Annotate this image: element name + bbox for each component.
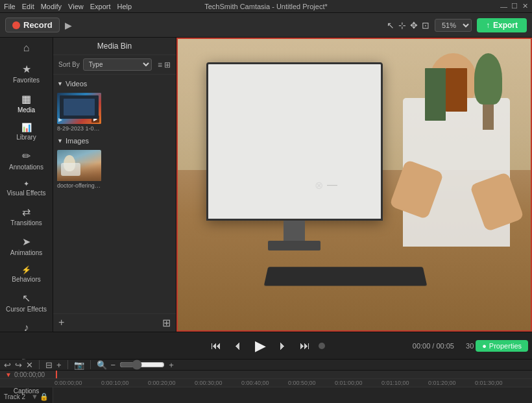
track-2-lock-icon[interactable]: 🔒 — [40, 393, 49, 401]
sort-icons: ≡ ⊞ — [158, 60, 171, 69]
toolbar-icons: ↖ ⊹ ✥ ⊡ — [387, 20, 429, 31]
media-bin-footer: + ⊞ — [53, 313, 176, 332]
timeline-toolbar: ↩ ↪ ✕ ⊟ + 📷 🔍 − + — [0, 360, 532, 371]
skip-to-end-button[interactable]: ⏭ — [296, 339, 313, 353]
preview-overlay-controls: ⊗ — — [315, 178, 337, 191]
videos-arrow-icon: ▼ — [57, 80, 63, 87]
timeline-separator-2 — [67, 360, 68, 369]
record-button[interactable]: Record — [5, 18, 60, 32]
media-thumb-image[interactable]: doctor-offering-me... — [57, 150, 101, 189]
media-content: ▼ Videos ▶ 8-29-2023 1-00-2... — [53, 75, 176, 313]
window-minimize[interactable]: — — [500, 3, 507, 10]
zoom-plus-icon[interactable]: + — [169, 360, 174, 370]
media-thumb-video[interactable]: ▶ 8-29-2023 1-00-2... — [57, 93, 101, 132]
sidebar-label-cursor-effects: Cursor Effects — [6, 306, 47, 313]
time-display: 00:00 / 00:05 — [413, 342, 454, 350]
sort-label: Sort By — [58, 61, 80, 68]
properties-label: Properties — [489, 342, 522, 350]
window-title: TechSmith Camtasia - Untitled Project* — [204, 3, 328, 10]
undo-icon[interactable]: ↩ — [4, 360, 11, 370]
playhead-down-icon: ▼ — [5, 371, 12, 378]
preview-canvas: ⊗ — — [178, 39, 531, 330]
menu-export[interactable]: Export — [90, 3, 111, 10]
star-icon: ★ — [22, 63, 31, 75]
timeline-tracks: Track 2 ▼ 🔒 Track 1 ▼ 🔒 — [0, 387, 532, 403]
ruler-mark-9: 0:01:30;00 — [475, 380, 522, 386]
menu-help[interactable]: Help — [117, 3, 132, 10]
zoom-in-timeline-icon[interactable]: 🔍 — [97, 360, 107, 370]
sidebar-item-library[interactable]: 📊 Library — [0, 118, 53, 145]
crop-tool-icon[interactable]: ⊡ — [422, 20, 429, 31]
images-section-header[interactable]: ▼ Images — [56, 134, 173, 147]
sort-grid-icon[interactable]: ⊞ — [164, 60, 171, 69]
dash-overlay-icon: — — [327, 179, 337, 191]
media-bin-title: Media Bin — [97, 42, 132, 51]
timeline-zoom-slider[interactable] — [119, 360, 165, 370]
step-back-button[interactable]: ⏴ — [230, 339, 247, 353]
sidebar-item-visual-effects[interactable]: ✦ Visual Effects — [0, 175, 53, 201]
menu-modify[interactable]: Modify — [41, 3, 62, 10]
split-icon[interactable]: ⊟ — [45, 360, 53, 370]
video-thumb-label: 8-29-2023 1-00-2... — [57, 125, 101, 132]
add-media-button[interactable]: + — [58, 317, 64, 329]
export-button[interactable]: ↑ Export — [477, 18, 527, 32]
sidebar-item-home[interactable]: ⌂ — [0, 38, 53, 58]
window-close[interactable]: ✕ — [522, 2, 528, 10]
playback-position-dot — [319, 343, 325, 349]
step-forward-button[interactable]: ⏵ — [274, 339, 291, 353]
select-tool-icon[interactable]: ⊹ — [398, 20, 406, 31]
menu-view[interactable]: View — [68, 3, 84, 10]
sidebar: ⌂ ★ Favorites ▦ Media 📊 Library ✏ Annota… — [0, 38, 53, 332]
sidebar-label-media: Media — [18, 106, 35, 114]
timeline: ↩ ↪ ✕ ⊟ + 📷 🔍 − + ▼ 0:00:00;00 0:00:00;0… — [0, 359, 532, 403]
move-tool-icon[interactable]: ✥ — [410, 20, 418, 31]
skip-to-start-button[interactable]: ⏮ — [208, 339, 224, 353]
annotations-icon: ✏ — [22, 150, 30, 162]
properties-icon: ● — [482, 342, 487, 350]
time-cursor-row: ▼ 0:00:00;00 — [0, 371, 532, 379]
visual-effects-icon: ✦ — [23, 180, 29, 188]
delete-icon[interactable]: ✕ — [26, 360, 33, 370]
zoom-select[interactable]: 51% — [435, 19, 472, 32]
sidebar-label-transitions: Transitions — [10, 219, 42, 226]
screenshot-icon[interactable]: 📷 — [74, 360, 84, 370]
playhead-line — [56, 371, 57, 378]
sidebar-item-cursor-effects[interactable]: ↖ Cursor Effects — [0, 287, 53, 317]
cursor-tool-icon[interactable]: ↖ — [387, 20, 394, 31]
menu-file[interactable]: File — [4, 3, 16, 10]
sidebar-label-animations: Animations — [10, 249, 42, 256]
cursor-effects-icon: ↖ — [22, 292, 30, 304]
properties-button[interactable]: ● Properties — [476, 340, 528, 352]
track-2-controls: ▼ 🔒 — [31, 393, 49, 401]
play-button[interactable]: ▶ — [252, 336, 269, 356]
track-2-content[interactable] — [53, 387, 532, 403]
images-arrow-icon: ▼ — [57, 138, 63, 144]
redo-icon[interactable]: ↪ — [15, 360, 22, 370]
sidebar-item-annotations[interactable]: ✏ Annotations — [0, 145, 53, 175]
sidebar-item-media[interactable]: ▦ Media — [0, 88, 53, 118]
ruler-mark-6: 0:01:00;00 — [335, 380, 381, 386]
track-2-expand-icon[interactable]: ▼ — [31, 393, 38, 401]
grid-view-icon[interactable]: ⊞ — [162, 317, 171, 329]
media-icon: ▦ — [21, 93, 31, 105]
home-icon: ⌂ — [23, 42, 30, 54]
videos-section-header[interactable]: ▼ Videos — [56, 77, 173, 90]
add-track-icon[interactable]: + — [56, 360, 62, 370]
sidebar-label-visual-effects: Visual Effects — [6, 189, 45, 197]
menu-edit[interactable]: Edit — [22, 3, 34, 10]
sidebar-item-transitions[interactable]: ⇄ Transitions — [0, 201, 53, 231]
window-maximize[interactable]: ☐ — [511, 2, 518, 10]
forward-arrow-icon[interactable]: ▶ — [65, 20, 72, 31]
sort-list-icon[interactable]: ≡ — [158, 60, 162, 69]
ruler-mark-2: 0:00:20;00 — [148, 380, 195, 386]
video-thumbnail-image: ▶ — [57, 93, 101, 124]
images-section-label: Images — [66, 137, 89, 145]
zoom-minus-icon[interactable]: − — [111, 360, 116, 370]
track-row-2: Track 2 ▼ 🔒 — [0, 387, 532, 403]
behaviors-icon: ⚡ — [21, 265, 31, 275]
sidebar-item-animations[interactable]: ➤ Animations — [0, 231, 53, 261]
sidebar-item-behaviors[interactable]: ⚡ Behaviors — [0, 261, 53, 287]
sidebar-item-favorites[interactable]: ★ Favorites — [0, 58, 53, 88]
timeline-separator-1 — [39, 360, 40, 369]
sort-select[interactable]: Type — [83, 58, 152, 71]
